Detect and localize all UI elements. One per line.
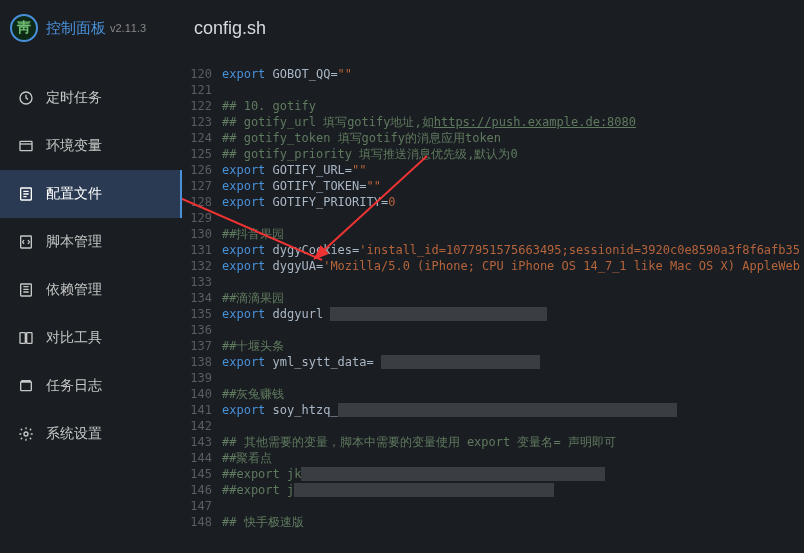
code-line: 142 <box>182 418 804 434</box>
code-content: ##滴滴果园 <box>222 290 804 306</box>
code-content: export GOTIFY_URL="" <box>222 162 804 178</box>
code-content: export ddgyurl #########################… <box>222 306 804 322</box>
line-number: 129 <box>182 210 222 226</box>
sidebar-item-label: 脚本管理 <box>46 233 102 251</box>
line-number: 144 <box>182 450 222 466</box>
line-number: 125 <box>182 146 222 162</box>
code-line: 125## gotify_priority 填写推送消息优先级,默认为0 <box>182 146 804 162</box>
code-line: 131export dygyCookies='install_id=107795… <box>182 242 804 258</box>
code-line: 143## 其他需要的变量，脚本中需要的变量使用 export 变量名= 声明即… <box>182 434 804 450</box>
sidebar-item-label: 任务日志 <box>46 377 102 395</box>
line-number: 136 <box>182 322 222 338</box>
code-line: 145##export jk########## <box>182 466 804 482</box>
line-number: 135 <box>182 306 222 322</box>
script-icon <box>18 234 34 250</box>
code-line: 128export GOTIFY_PRIORITY=0 <box>182 194 804 210</box>
line-number: 124 <box>182 130 222 146</box>
line-number: 123 <box>182 114 222 130</box>
code-content: export GOTIFY_TOKEN="" <box>222 178 804 194</box>
code-content <box>222 82 804 98</box>
code-line: 140##灰兔赚钱 <box>182 386 804 402</box>
code-content: export GOBOT_QQ="" <box>222 66 804 82</box>
main-header: config.sh <box>182 0 804 56</box>
code-content: ##export j ############ <box>222 482 804 498</box>
sidebar-item-1[interactable]: 环境变量 <box>0 122 182 170</box>
code-line: 148## 快手极速版 <box>182 514 804 530</box>
sidebar-item-label: 依赖管理 <box>46 281 102 299</box>
code-content: ##十堰头条 <box>222 338 804 354</box>
svg-rect-5 <box>20 333 25 344</box>
line-number: 122 <box>182 98 222 114</box>
diff-icon <box>18 330 34 346</box>
line-number: 140 <box>182 386 222 402</box>
line-number: 133 <box>182 274 222 290</box>
code-content <box>222 322 804 338</box>
code-content: export dygyUA='Mozilla/5.0 (iPhone; CPU … <box>222 258 804 274</box>
code-line: 138export yml_sytt_data= ###############… <box>182 354 804 370</box>
sidebar-item-4[interactable]: 依赖管理 <box>0 266 182 314</box>
sidebar-item-2[interactable]: 配置文件 <box>0 170 182 218</box>
code-line: 141export soy_htzq_ <box>182 402 804 418</box>
code-line: 120export GOBOT_QQ="" <box>182 66 804 82</box>
sidebar-item-label: 系统设置 <box>46 425 102 443</box>
line-number: 141 <box>182 402 222 418</box>
code-line: 122## 10. gotify <box>182 98 804 114</box>
config-icon <box>18 186 34 202</box>
sidebar-item-6[interactable]: 任务日志 <box>0 362 182 410</box>
line-number: 132 <box>182 258 222 274</box>
code-content: ## 10. gotify <box>222 98 804 114</box>
code-content <box>222 210 804 226</box>
app-version: v2.11.3 <box>110 22 146 34</box>
code-line: 147 <box>182 498 804 514</box>
line-number: 148 <box>182 514 222 530</box>
code-line: 132export dygyUA='Mozilla/5.0 (iPhone; C… <box>182 258 804 274</box>
sidebar-item-label: 配置文件 <box>46 185 102 203</box>
code-content: ##灰兔赚钱 <box>222 386 804 402</box>
code-content: ##export jk########## <box>222 466 804 482</box>
code-line: 121 <box>182 82 804 98</box>
code-line: 139 <box>182 370 804 386</box>
line-number: 147 <box>182 498 222 514</box>
svg-rect-1 <box>20 141 32 150</box>
line-number: 131 <box>182 242 222 258</box>
sidebar-item-3[interactable]: 脚本管理 <box>0 218 182 266</box>
main: config.sh 120export GOBOT_QQ=""121122## … <box>182 0 804 553</box>
code-line: 146##export j ############ <box>182 482 804 498</box>
gear-icon <box>18 426 34 442</box>
code-content: ##聚看点 <box>222 450 804 466</box>
code-line: 134##滴滴果园 <box>182 290 804 306</box>
code-editor[interactable]: 120export GOBOT_QQ=""121122## 10. gotify… <box>182 56 804 553</box>
code-content: ## 快手极速版 <box>222 514 804 530</box>
code-content <box>222 274 804 290</box>
line-number: 145 <box>182 466 222 482</box>
sidebar-item-label: 对比工具 <box>46 329 102 347</box>
sidebar-item-5[interactable]: 对比工具 <box>0 314 182 362</box>
env-icon <box>18 138 34 154</box>
nav: 定时任务环境变量配置文件脚本管理依赖管理对比工具任务日志系统设置 <box>0 74 182 458</box>
line-number: 120 <box>182 66 222 82</box>
code-line: 144##聚看点 <box>182 450 804 466</box>
line-number: 134 <box>182 290 222 306</box>
code-line: 137##十堰头条 <box>182 338 804 354</box>
code-line: 135export ddgyurl ######################… <box>182 306 804 322</box>
code-content: ## gotify_url 填写gotify地址,如https://push.e… <box>222 114 804 130</box>
code-content <box>222 370 804 386</box>
code-content: ## gotify_priority 填写推送消息优先级,默认为0 <box>222 146 804 162</box>
app-title: 控制面板 <box>46 19 106 38</box>
code-content: ## 其他需要的变量，脚本中需要的变量使用 export 变量名= 声明即可 <box>222 434 804 450</box>
sidebar-item-label: 定时任务 <box>46 89 102 107</box>
code-line: 124## gotify_token 填写gotify的消息应用token <box>182 130 804 146</box>
code-line: 127export GOTIFY_TOKEN="" <box>182 178 804 194</box>
sidebar-item-0[interactable]: 定时任务 <box>0 74 182 122</box>
line-number: 143 <box>182 434 222 450</box>
code-line: 133 <box>182 274 804 290</box>
clock-icon <box>18 90 34 106</box>
sidebar-item-7[interactable]: 系统设置 <box>0 410 182 458</box>
line-number: 121 <box>182 82 222 98</box>
logo-row: 靑 控制面板 v2.11.3 <box>0 0 182 56</box>
line-number: 126 <box>182 162 222 178</box>
line-number: 139 <box>182 370 222 386</box>
sidebar-item-label: 环境变量 <box>46 137 102 155</box>
code-content <box>222 498 804 514</box>
line-number: 128 <box>182 194 222 210</box>
